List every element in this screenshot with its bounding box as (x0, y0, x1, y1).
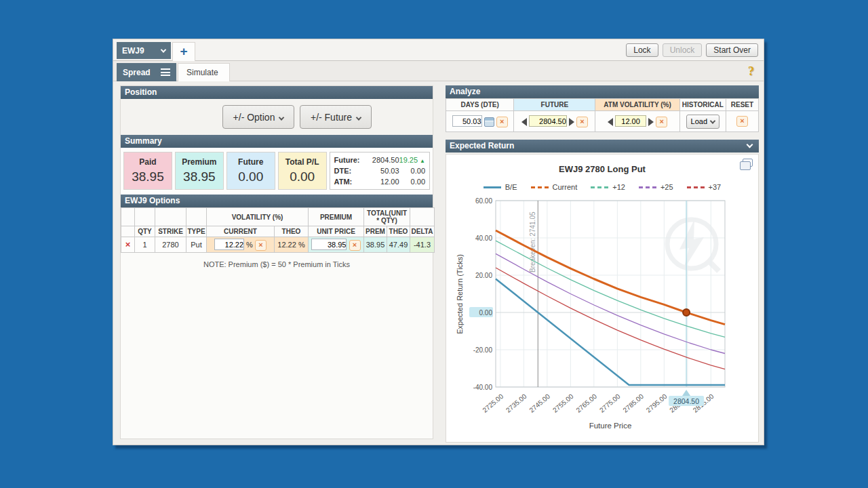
svg-text:2795.00: 2795.00 (645, 392, 669, 414)
reset-all-icon[interactable]: × (736, 116, 748, 127)
col-unit-price: UNIT PRICE (309, 226, 364, 237)
col-current: CURRENT (207, 226, 275, 237)
add-tab-button[interactable]: + (172, 42, 195, 61)
clear-vol-icon[interactable]: × (255, 240, 267, 251)
col-atm-volatility: ATM VOLATILITY (%) (595, 99, 679, 111)
decrement-atm-icon[interactable] (608, 118, 613, 126)
expected-return-chart[interactable]: Breakeven: 2741.0560.0040.0020.000.00-20… (446, 191, 757, 434)
collapse-chevron-icon[interactable] (747, 142, 753, 148)
info-value: 50.03 (364, 167, 399, 175)
current-price-marker[interactable] (683, 309, 690, 316)
premium-note: NOTE: Premium ($) = 50 * Premium in Tick… (121, 260, 433, 268)
reset-atm-icon[interactable]: × (656, 117, 667, 127)
cell-strike: 2780 (155, 237, 186, 253)
legend-line-sample (687, 186, 705, 188)
unit-price-input[interactable] (311, 239, 347, 250)
add-option-button[interactable]: +/- Option (222, 105, 294, 129)
increment-future-icon[interactable] (569, 118, 574, 126)
chart-legend: B/ECurrent+12+25+37 (446, 183, 758, 191)
future-input[interactable] (529, 115, 567, 127)
col-reset: RESET (726, 99, 758, 111)
tab-simulate[interactable]: Simulate (178, 63, 230, 81)
calendar-icon[interactable] (484, 117, 494, 127)
clear-price-icon[interactable]: × (349, 240, 361, 251)
col-theo-total: THEO (387, 226, 410, 237)
options-table: VOLATILITY (%) PREMIUM TOTAL(UNIT * QTY)… (121, 207, 435, 253)
svg-text:40.00: 40.00 (475, 235, 492, 242)
svg-text:2735.00: 2735.00 (505, 392, 528, 414)
card-value: 38.95 (176, 169, 223, 184)
y-axis-label: Expected Return (Ticks) (456, 254, 464, 334)
col-prem: PREM (364, 226, 387, 237)
summary-body: Paid 38.95 Premium 38.95 Future 0.00 Tot… (121, 148, 433, 195)
add-option-label: +/- Option (233, 112, 275, 123)
legend-label: B/E (505, 183, 517, 191)
legend-line-sample (484, 186, 501, 188)
summary-panel-header: Summary (121, 135, 433, 148)
load-historical-button[interactable]: Load (686, 115, 719, 129)
up-arrow-icon: ▲ (420, 158, 425, 164)
cell-historical: Load (679, 111, 726, 132)
add-future-button[interactable]: +/- Future (300, 105, 372, 129)
expected-return-title: Expected Return (450, 141, 514, 150)
analyze-title: Analyze (450, 87, 480, 96)
lock-button[interactable]: Lock (626, 43, 658, 57)
cell-future: × (514, 111, 595, 132)
reset-days-icon[interactable]: × (496, 117, 508, 127)
card-label: Future (227, 157, 275, 167)
popout-chart-icon[interactable] (743, 159, 753, 167)
analyze-panel-header: Analyze (446, 85, 759, 98)
card-value: 0.00 (279, 169, 326, 184)
current-vol-input[interactable] (214, 239, 244, 250)
help-icon[interactable]: ? (748, 64, 754, 79)
tab-spread[interactable]: Spread (117, 63, 176, 81)
position-body: +/- Option +/- Future (121, 99, 433, 135)
increment-atm-icon[interactable] (648, 118, 654, 126)
legend-item-37[interactable]: +37 (687, 183, 722, 191)
legend-item-12[interactable]: +12 (591, 183, 625, 191)
menu-icon[interactable] (161, 68, 170, 76)
atm-input[interactable] (615, 115, 646, 127)
instrument-tab-label: EWJ9 (122, 46, 144, 56)
percent-label: % (246, 241, 253, 249)
instrument-tab[interactable]: EWJ9 (117, 42, 171, 59)
position-panel-header: Position (121, 86, 433, 99)
cell-days: × (446, 111, 514, 132)
svg-text:2765.00: 2765.00 (574, 392, 598, 414)
reset-future-icon[interactable]: × (576, 117, 588, 127)
summary-card-paid: Paid 38.95 (123, 152, 172, 190)
cell-reset: × (726, 111, 758, 132)
info-change: 0.00 (399, 167, 425, 175)
col-premium: PREMIUM (309, 208, 364, 226)
series-37 (496, 268, 725, 369)
col-qty: QTY (135, 226, 155, 237)
unlock-button: Unlock (663, 43, 703, 57)
left-column: Position +/- Option +/- Future Summary P… (120, 85, 433, 439)
cell-theo-vol: 12.22 % (275, 237, 309, 253)
expected-return-chart-panel: EWJ9 2780 Long Put B/ECurrent+12+25+37 B… (446, 154, 759, 443)
col-type: TYPE (186, 226, 207, 237)
breakeven-label: Breakeven: 2741.05 (529, 211, 536, 272)
info-label: Future: (334, 156, 364, 164)
delete-row-icon[interactable]: × (125, 239, 131, 249)
legend-label: +37 (709, 183, 722, 191)
decrement-future-icon[interactable] (521, 118, 527, 126)
svg-text:2804.50: 2804.50 (673, 397, 699, 405)
col-theo: THEO (275, 226, 309, 237)
info-label: ATM: (334, 178, 364, 186)
card-label: Total P/L (279, 157, 326, 167)
card-value: 38.95 (124, 169, 172, 184)
tab-simulate-label: Simulate (186, 68, 218, 77)
svg-text:2775.00: 2775.00 (598, 392, 622, 414)
summary-card-total-pl: Total P/L 0.00 (278, 152, 327, 190)
tab-strip: Spread Simulate ? (113, 61, 764, 81)
info-row-future: Future: 2804.50 19.25▲ (334, 155, 425, 165)
legend-item-current[interactable]: Current (531, 183, 578, 191)
legend-item-25[interactable]: +25 (639, 183, 673, 191)
chevron-down-icon (161, 47, 166, 52)
start-over-button[interactable]: Start Over (706, 43, 758, 57)
legend-item-be[interactable]: B/E (484, 183, 517, 191)
days-input[interactable] (452, 115, 482, 127)
options-title: EWJ9 Options (125, 196, 180, 205)
chart-title: EWJ9 2780 Long Put (446, 164, 758, 174)
